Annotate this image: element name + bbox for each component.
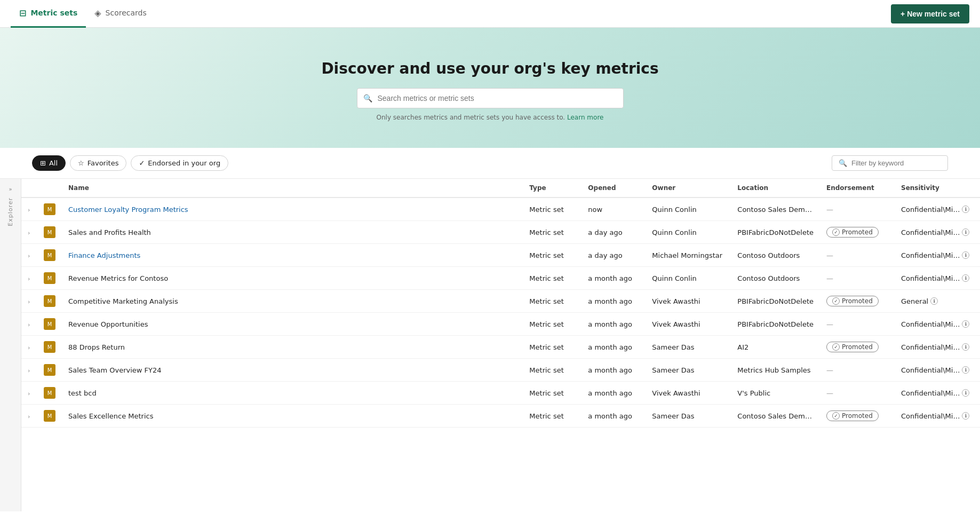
- row-endorsement: ✓Promoted: [820, 336, 895, 359]
- sensitivity-label: Confidential\Mi…: [901, 274, 960, 282]
- row-owner: Vivek Awasthi: [646, 382, 731, 405]
- explorer-label: Explorer: [7, 198, 14, 226]
- hero-title: Discover and use your org's key metrics: [11, 60, 969, 77]
- row-type: Metric set: [523, 336, 581, 359]
- row-expand-icon[interactable]: ›: [28, 230, 30, 236]
- sensitivity-label: Confidential\Mi…: [901, 320, 960, 328]
- tab-scorecards[interactable]: ◈ Scorecards: [86, 0, 155, 28]
- row-expand-icon[interactable]: ›: [28, 367, 30, 374]
- row-opened: now: [581, 198, 646, 221]
- row-opened: a month ago: [581, 336, 646, 359]
- table-row: ›Mtest bcdMetric seta month agoVivek Awa…: [21, 382, 980, 405]
- keyword-filter-input[interactable]: [851, 159, 941, 167]
- row-owner: Sameer Das: [646, 359, 731, 382]
- endorsement-dash: —: [826, 366, 833, 374]
- col-sensitivity[interactable]: Sensitivity: [895, 179, 980, 198]
- promoted-icon: ✓: [832, 343, 840, 351]
- row-name: Sales Excellence Metrics: [68, 412, 154, 420]
- all-icon: ⊞: [40, 159, 46, 167]
- row-location: Contoso Outdoors: [731, 267, 820, 290]
- sensitivity-info-icon[interactable]: ℹ: [962, 320, 969, 328]
- sensitivity-info: Confidential\Mi… ℹ: [901, 251, 974, 259]
- row-name: Sales and Profits Health: [68, 228, 151, 236]
- row-name: Competitive Marketing Analysis: [68, 297, 178, 305]
- sensitivity-label: Confidential\Mi…: [901, 251, 960, 259]
- col-endorsement[interactable]: Endorsement: [820, 179, 895, 198]
- sensitivity-info: Confidential\Mi… ℹ: [901, 274, 974, 282]
- col-type[interactable]: Type: [523, 179, 581, 198]
- row-type: Metric set: [523, 267, 581, 290]
- promoted-icon: ✓: [832, 297, 840, 305]
- row-opened: a month ago: [581, 405, 646, 428]
- sensitivity-info-icon[interactable]: ℹ: [930, 297, 938, 305]
- sensitivity-info: Confidential\Mi… ℹ: [901, 389, 974, 397]
- row-sensitivity: Confidential\Mi… ℹ: [895, 405, 980, 428]
- sensitivity-info-icon[interactable]: ℹ: [962, 366, 969, 374]
- search-icon: 🔍: [363, 94, 372, 102]
- row-location: V's Public: [731, 382, 820, 405]
- sensitivity-label: Confidential\Mi…: [901, 366, 960, 374]
- sensitivity-info-icon[interactable]: ℹ: [962, 228, 969, 236]
- filter-chip-all[interactable]: ⊞ All: [32, 155, 66, 171]
- col-location[interactable]: Location: [731, 179, 820, 198]
- filter-chip-endorsed[interactable]: ✓ Endorsed in your org: [131, 155, 228, 171]
- row-expand-icon[interactable]: ›: [28, 413, 30, 420]
- new-metric-set-button[interactable]: + New metric set: [891, 4, 969, 23]
- row-item-icon: M: [44, 203, 55, 215]
- row-expand-icon[interactable]: ›: [28, 344, 30, 351]
- sensitivity-info-icon[interactable]: ℹ: [962, 412, 969, 420]
- learn-more-link[interactable]: Learn more: [567, 114, 603, 121]
- endorsed-icon: ✓: [139, 159, 145, 167]
- sensitivity-label: Confidential\Mi…: [901, 389, 960, 397]
- row-location: PBIFabricDoNotDelete: [731, 290, 820, 313]
- metrics-table: Name Type Opened Owner Location Endorsem…: [21, 179, 980, 428]
- sensitivity-info-icon[interactable]: ℹ: [962, 389, 969, 397]
- col-icon: [37, 179, 62, 198]
- row-type: Metric set: [523, 198, 581, 221]
- row-sensitivity: Confidential\Mi… ℹ: [895, 267, 980, 290]
- sensitivity-info-icon[interactable]: ℹ: [962, 343, 969, 351]
- row-expand-icon[interactable]: ›: [28, 321, 30, 328]
- row-name-link[interactable]: Finance Adjustments: [68, 251, 140, 259]
- sensitivity-info: Confidential\Mi… ℹ: [901, 412, 974, 420]
- endorsement-dash: —: [826, 389, 833, 397]
- row-expand-icon[interactable]: ›: [28, 275, 30, 282]
- tab-metric-sets[interactable]: ⊟ Metric sets: [11, 0, 86, 28]
- row-expand-icon[interactable]: ›: [28, 390, 30, 397]
- table-row: ›MCompetitive Marketing AnalysisMetric s…: [21, 290, 980, 313]
- col-opened[interactable]: Opened: [581, 179, 646, 198]
- filter-chip-favorites[interactable]: ☆ Favorites: [70, 155, 126, 171]
- explorer-sidebar: » Explorer: [0, 179, 21, 511]
- row-expand-icon[interactable]: ›: [28, 252, 30, 259]
- sensitivity-info-icon[interactable]: ℹ: [962, 274, 969, 282]
- search-input[interactable]: [357, 88, 624, 108]
- row-item-icon: M: [44, 387, 55, 399]
- sensitivity-info-icon[interactable]: ℹ: [962, 251, 969, 259]
- row-item-icon: M: [44, 272, 55, 284]
- col-name[interactable]: Name: [62, 179, 523, 198]
- row-expand-icon[interactable]: ›: [28, 298, 30, 305]
- row-location: PBIFabricDoNotDelete: [731, 221, 820, 244]
- sensitivity-info-icon[interactable]: ℹ: [962, 206, 969, 213]
- row-opened: a month ago: [581, 267, 646, 290]
- row-sensitivity: Confidential\Mi… ℹ: [895, 359, 980, 382]
- row-expand-icon[interactable]: ›: [28, 207, 30, 214]
- row-endorsement: —: [820, 244, 895, 267]
- row-owner: Sameer Das: [646, 405, 731, 428]
- row-name: Revenue Metrics for Contoso: [68, 274, 168, 282]
- row-name-link[interactable]: Customer Loyalty Program Metrics: [68, 206, 188, 214]
- col-owner[interactable]: Owner: [646, 179, 731, 198]
- main-area: » Explorer Name Type Opened Owner Locati…: [0, 179, 980, 511]
- sensitivity-info: Confidential\Mi… ℹ: [901, 206, 974, 214]
- row-endorsement: —: [820, 267, 895, 290]
- endorsement-dash: —: [826, 251, 833, 259]
- row-opened: a day ago: [581, 221, 646, 244]
- table-row: ›MRevenue Metrics for ContosoMetric seta…: [21, 267, 980, 290]
- keyword-search-icon: 🔍: [839, 159, 847, 167]
- row-location: Contoso Outdoors: [731, 244, 820, 267]
- favorites-icon: ☆: [78, 159, 84, 167]
- col-expand: [21, 179, 37, 198]
- row-owner: Vivek Awasthi: [646, 290, 731, 313]
- nav-tabs: ⊟ Metric sets ◈ Scorecards: [11, 0, 155, 28]
- explorer-collapse-arrow[interactable]: »: [9, 186, 12, 192]
